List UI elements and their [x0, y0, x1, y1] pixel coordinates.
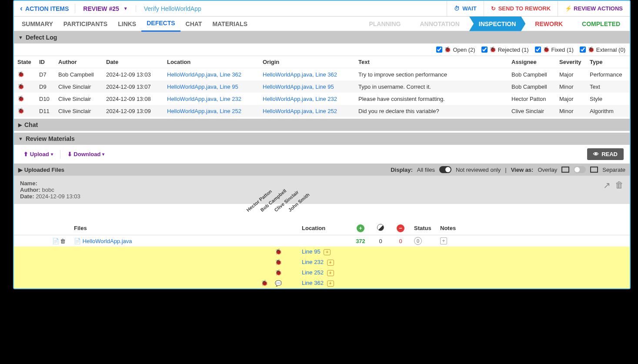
add-comment-icon[interactable]: + — [327, 281, 334, 287]
not-reviewed-label: Not reviewed only — [456, 167, 501, 173]
triangle-right-icon: ▶ — [18, 122, 22, 128]
defect-location-link[interactable]: HelloWorldApp.java, Line 232 — [167, 96, 241, 102]
col-status[interactable]: Status — [411, 221, 437, 235]
file-meta-box: Name: Author: bobc Date: 2024-12-09 13:0… — [14, 176, 630, 204]
expand-icon[interactable]: ↗ — [603, 180, 611, 200]
defect-log-header[interactable]: ▼ Defect Log — [14, 31, 630, 43]
defect-row[interactable]: 🐞D10Clive Sinclair2024-12-09 13:08HelloW… — [14, 93, 630, 105]
defect-origin-link[interactable]: HelloWorldApp.java, Line 362 — [263, 71, 337, 78]
name-label: Name: — [20, 180, 37, 187]
tab-links[interactable]: LINKS — [113, 17, 141, 31]
tab-materials[interactable]: MATERIALS — [207, 17, 253, 31]
filter-rejected[interactable]: 🐞 Rejected (1) — [481, 46, 529, 53]
col-location[interactable]: Location — [164, 56, 259, 68]
line-location-link[interactable]: Line 252 — [302, 269, 324, 276]
review-materials-title: Review Materials — [26, 135, 75, 142]
all-files-label: All files — [417, 167, 435, 173]
defect-location-link[interactable]: HelloWorldApp.java, Line 362 — [167, 71, 241, 78]
filter-fixed[interactable]: 🐞 Fixed (1) — [535, 46, 574, 53]
minus-circle-icon: − — [397, 224, 404, 232]
add-note-button[interactable]: + — [440, 237, 447, 244]
review-actions-button[interactable]: REVIEW ACTIONS — [558, 1, 630, 16]
add-comment-icon[interactable]: + — [324, 249, 331, 255]
defect-severity: Major — [556, 93, 586, 105]
file-row: 📄🗑 📄 HelloWorldApp.java 372 0 0 0 + — [14, 235, 630, 247]
tab-defects[interactable]: DEFECTS — [141, 16, 180, 32]
col-origin[interactable]: Origin — [259, 56, 355, 68]
filter-open[interactable]: 🐞 Open (2) — [436, 46, 475, 53]
filter-rejected-label: Rejected (1) — [498, 47, 529, 53]
tab-summary[interactable]: SUMMARY — [17, 17, 58, 31]
defect-type: Text — [586, 80, 630, 93]
file-name-link[interactable]: HelloWorldApp.java — [83, 238, 132, 244]
defect-origin-link[interactable]: HelloWorldApp.java, Line 232 — [263, 96, 337, 102]
bug-green-icon: 🐞 — [543, 46, 550, 53]
tab-chat[interactable]: CHAT — [180, 17, 207, 31]
col-author[interactable]: Author — [55, 56, 103, 68]
col-text[interactable]: Text — [355, 56, 508, 68]
review-title: Verify HelloWorldApp — [136, 5, 209, 12]
review-materials-header[interactable]: ▼ Review Materials — [14, 133, 630, 145]
defect-row[interactable]: 🐞D7Bob Campbell2024-12-09 13:03HelloWorl… — [14, 68, 630, 81]
defect-id: D7 — [36, 68, 55, 81]
col-files[interactable]: Files — [70, 221, 244, 235]
defect-type: Algorithm — [586, 105, 630, 117]
defect-type: Style — [586, 93, 630, 105]
send-to-rework-button[interactable]: SEND TO REWORK — [484, 1, 558, 16]
read-button[interactable]: READ — [587, 148, 624, 160]
filter-fixed-checkbox[interactable] — [535, 47, 541, 53]
defect-location-link[interactable]: HelloWorldApp.java, Line 252 — [167, 108, 241, 114]
col-id[interactable]: ID — [36, 56, 55, 68]
upload-button[interactable]: ⬆ Upload ▾ — [20, 149, 57, 159]
action-items-button[interactable]: ACTION ITEMS — [14, 4, 75, 13]
col-type[interactable]: Type — [586, 56, 630, 68]
filter-open-checkbox[interactable] — [436, 47, 442, 53]
filter-rejected-checkbox[interactable] — [481, 47, 488, 53]
file-delete-icon[interactable]: 🗑 — [60, 238, 66, 244]
defect-author: Bob Campbell — [55, 68, 103, 81]
overlay-label: Overlay — [538, 167, 557, 173]
caret-down-icon: ▼ — [124, 6, 128, 11]
bug-state-icon: 🐞 — [17, 83, 24, 90]
col-location[interactable]: Location — [298, 221, 351, 235]
bug-red-icon: 🐞 — [444, 46, 451, 53]
col-severity[interactable]: Severity — [556, 56, 586, 68]
wait-button[interactable]: WAIT — [447, 1, 484, 16]
line-location-link[interactable]: Line 362 — [302, 280, 324, 286]
filter-external-checkbox[interactable] — [580, 47, 586, 53]
defect-row[interactable]: 🐞D11Clive Sinclair2024-12-09 13:09HelloW… — [14, 105, 630, 117]
defect-origin-link[interactable]: HelloWorldApp.java, Line 95 — [263, 83, 334, 90]
col-notes[interactable]: Notes — [437, 221, 630, 235]
defect-location-link[interactable]: HelloWorldApp.java, Line 95 — [167, 83, 238, 90]
add-comment-icon[interactable]: + — [327, 260, 334, 266]
col-state[interactable]: State — [14, 56, 36, 68]
bug-blue-icon: 🐞 — [588, 46, 595, 53]
line-location-link[interactable]: Line 95 — [302, 248, 321, 255]
defect-row[interactable]: 🐞D9Clive Sinclair2024-12-09 13:07HelloWo… — [14, 80, 630, 93]
defect-origin-link[interactable]: HelloWorldApp.java, Line 252 — [263, 108, 337, 114]
line-row: 🐞Line 252 + — [14, 267, 630, 278]
view-as-toggle[interactable] — [574, 166, 586, 173]
materials-toolbar: ⬆ Upload ▾ ⬇ Download ▾ READ — [14, 145, 630, 164]
file-add-icon[interactable]: 📄 — [52, 238, 59, 244]
trash-icon[interactable]: 🗑 — [615, 180, 624, 200]
col-assignee[interactable]: Assignee — [508, 56, 556, 68]
filter-external[interactable]: 🐞 External (0) — [580, 46, 625, 53]
stage-planning: PLANNING — [359, 17, 410, 31]
col-date[interactable]: Date — [103, 56, 164, 68]
caret-down-icon: ▾ — [51, 152, 53, 157]
triangle-right-icon[interactable]: ▶ — [18, 167, 23, 173]
defect-assignee: Hector Patton — [508, 93, 556, 105]
uploaded-files-title: Uploaded Files — [24, 167, 64, 173]
display-toggle[interactable] — [439, 166, 451, 173]
add-comment-icon[interactable]: + — [327, 270, 334, 276]
download-button[interactable]: ⬇ Download ▾ — [64, 149, 108, 159]
status-circle: 0 — [414, 237, 422, 245]
chat-header[interactable]: ▶ Chat — [14, 119, 630, 131]
review-number-dropdown[interactable]: REVIEW #25 ▼ — [75, 5, 136, 12]
line-location-link[interactable]: Line 232 — [302, 259, 324, 265]
defect-author: Clive Sinclair — [55, 93, 103, 105]
separate-label: Separate — [602, 167, 625, 173]
tab-participants[interactable]: PARTICIPANTS — [58, 17, 113, 31]
line-row: 🐞Line 232 + — [14, 257, 630, 267]
